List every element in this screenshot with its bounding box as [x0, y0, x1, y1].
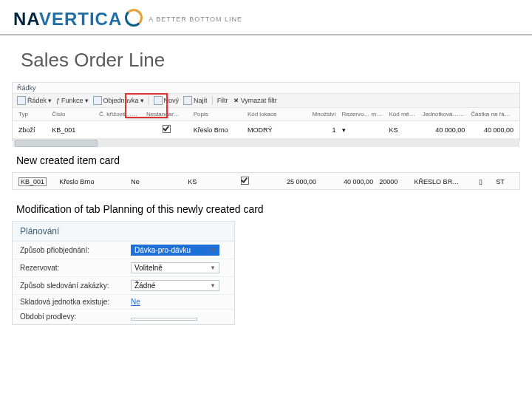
- item-desc: Křeslo Brno: [56, 177, 128, 187]
- item-tail-icon: ▯: [476, 177, 494, 187]
- reorder-policy-value: Dávka-pro-dávku: [134, 246, 191, 254]
- col-lineamt[interactable]: Částka na řádku bez DPH: [468, 109, 516, 119]
- item-search: KŘESLO BR…: [412, 177, 476, 187]
- col-unitprice[interactable]: Jednotková… bez DPH: [420, 109, 468, 119]
- scroll-thumb[interactable]: [15, 140, 98, 147]
- row-order-tracking: Způsob sledování zakázky: Žádné▼: [13, 277, 234, 295]
- lines-header-row: Typ Číslo Č. křížové…odkazu Nestandar… P…: [13, 108, 519, 121]
- col-uom[interactable]: Kód měrné…: [386, 109, 419, 119]
- order-tracking-value: Žádné: [134, 282, 155, 290]
- menu-objednavka[interactable]: Objednávka ▾: [93, 96, 144, 105]
- col-kriz[interactable]: Č. křížové…odkazu: [96, 109, 143, 119]
- item-cost: 25 000,00: [262, 177, 319, 187]
- item-no[interactable]: KB_001: [18, 177, 47, 186]
- cell-unitprice: 40 000,00: [420, 125, 468, 135]
- reserve-label: Rezervovat:: [20, 264, 131, 272]
- caption-new-card: New created item card: [0, 151, 532, 169]
- cell-uom: KS: [386, 125, 419, 135]
- col-rez[interactable]: Rezervo… množství: [339, 109, 386, 119]
- brand-tagline: A BETTER BOTTOM LINE: [149, 16, 242, 23]
- find-button[interactable]: Najít: [183, 96, 208, 105]
- item-col3: Ne: [128, 177, 185, 187]
- row-reserve: Rezervovat: Volitelně▼: [13, 259, 234, 277]
- col-popis[interactable]: Popis: [191, 109, 245, 119]
- row-icon: [17, 96, 26, 105]
- new-label: Nový: [164, 97, 180, 104]
- menu-objednavka-label: Objednávka: [103, 97, 139, 104]
- cell-lineamt: 40 000,00: [468, 125, 516, 135]
- order-tracking-label: Způsob sledování zakázky:: [20, 282, 131, 290]
- cell-nestandar: [143, 123, 191, 136]
- brand-text-b: VERTICA: [39, 9, 122, 29]
- col-lokace[interactable]: Kód lokace: [245, 109, 292, 119]
- cell-kriz: [96, 129, 143, 132]
- menu-funkce-label: Funkce: [61, 97, 83, 104]
- item-vendor: 20000: [376, 177, 411, 187]
- col-cislo[interactable]: Číslo: [49, 109, 96, 119]
- chevron-down-icon: ▼: [210, 282, 216, 289]
- brand-bar: NAVERTICA A BETTER BOTTOM LINE: [0, 0, 532, 35]
- caption-planning: Modification of tab Planning of this new…: [0, 200, 532, 218]
- reserve-select[interactable]: Volitelně▼: [131, 262, 219, 273]
- item-tail: ST: [493, 177, 516, 187]
- page-title: Sales Order Line: [0, 35, 532, 79]
- col-nestandar[interactable]: Nestandar…: [143, 109, 191, 119]
- row-dampener: Období prodlevy:: [13, 310, 234, 324]
- cell-lokace: MODRÝ: [245, 125, 292, 135]
- cell-mnozstvi: 1: [292, 125, 339, 135]
- lines-panel-caption: Řádky: [13, 83, 519, 94]
- brand-text-a: NA: [13, 9, 39, 29]
- row-sku-exists: Skladová jednotka existuje: Ne: [13, 295, 234, 310]
- sku-exists-label: Skladová jednotka existuje:: [20, 298, 131, 306]
- cell-typ: Zboží: [16, 125, 49, 135]
- row-reorder-policy: Způsob přiobjednání: Dávka-pro-dávku▼: [13, 242, 234, 259]
- item-card-row[interactable]: KB_001 Křeslo Brno Ne KS 25 000,00 40 00…: [13, 173, 519, 190]
- col-mnozstvi[interactable]: Množství: [292, 109, 339, 119]
- item-uom: KS: [185, 177, 227, 187]
- menu-funkce[interactable]: ƒ Funkce ▾: [56, 97, 89, 104]
- toolbar-separator: [149, 96, 149, 105]
- menu-radek-label: Řádek: [27, 97, 47, 104]
- sku-exists-value[interactable]: Ne: [131, 298, 140, 306]
- reorder-policy-label: Způsob přiobjednání:: [20, 246, 131, 254]
- item-card-row-panel: KB_001 Křeslo Brno Ne KS 25 000,00 40 00…: [12, 172, 520, 190]
- brand-logo: NAVERTICA: [13, 9, 143, 30]
- order-tracking-select[interactable]: Žádné▼: [131, 280, 219, 291]
- chevron-down-icon: ▼: [210, 265, 216, 271]
- new-button[interactable]: Nový: [154, 96, 180, 105]
- cell-cislo: KB_001: [49, 125, 96, 135]
- order-icon: [93, 96, 102, 105]
- horizontal-scrollbar[interactable]: [13, 138, 519, 147]
- sales-lines-panel: Řádky Řádek ▾ ƒ Funkce ▾ Objednávka ▾ No…: [12, 82, 520, 141]
- item-price: 40 000,00: [319, 177, 376, 187]
- menu-radek[interactable]: Řádek ▾: [17, 96, 52, 105]
- clear-filter-button[interactable]: 🗶 Vymazat filtr: [233, 97, 277, 104]
- item-flag-checkbox-icon[interactable]: [241, 177, 249, 185]
- planning-panel: Plánování Způsob přiobjednání: Dávka-pro…: [12, 221, 235, 325]
- planning-panel-title: Plánování: [13, 222, 234, 242]
- reserve-value: Volitelně: [134, 264, 163, 272]
- chevron-down-icon: ▼: [210, 247, 216, 253]
- checkbox-icon[interactable]: [163, 125, 171, 133]
- table-row[interactable]: Zboží KB_001 Křeslo Brno MODRÝ 1 ▾ KS 40…: [13, 121, 519, 138]
- cell-rez[interactable]: ▾: [339, 125, 386, 135]
- reorder-policy-select[interactable]: Dávka-pro-dávku▼: [131, 245, 219, 256]
- filter-button[interactable]: Filtr: [217, 97, 228, 104]
- lines-toolbar: Řádek ▾ ƒ Funkce ▾ Objednávka ▾ Nový Naj…: [13, 94, 519, 108]
- clear-filter-label: Vymazat filtr: [241, 97, 277, 104]
- toolbar-separator-2: [212, 96, 213, 105]
- dampener-input[interactable]: [131, 318, 197, 321]
- swirl-icon: [125, 9, 143, 27]
- col-typ[interactable]: Typ: [16, 109, 49, 119]
- new-icon: [154, 96, 163, 105]
- dampener-label: Období prodlevy:: [20, 313, 131, 321]
- cell-popis: Křeslo Brno: [191, 125, 245, 135]
- find-label: Najít: [194, 97, 208, 104]
- find-icon: [183, 96, 192, 105]
- filter-label: Filtr: [217, 97, 228, 104]
